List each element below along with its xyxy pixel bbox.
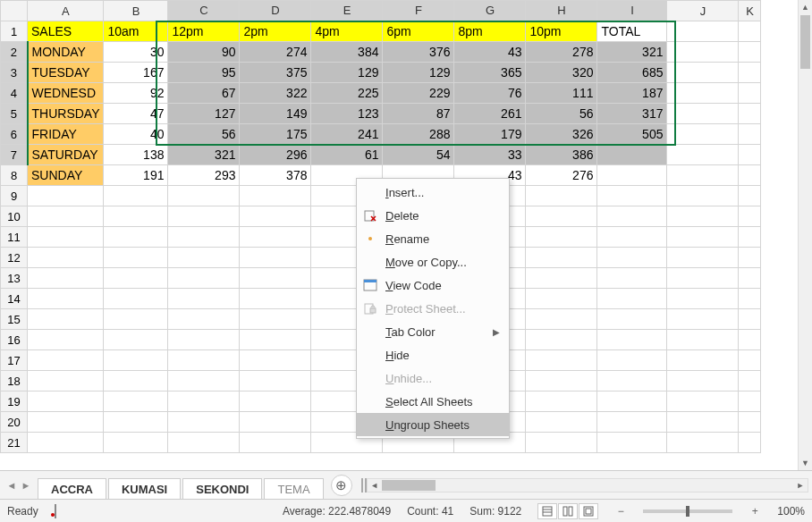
cell-B9[interactable] <box>104 186 168 206</box>
col-header-D[interactable]: D <box>240 1 311 21</box>
sheet-tab-kumasi[interactable]: KUMASI <box>108 478 181 500</box>
cell-D5[interactable]: 149 <box>240 104 311 124</box>
cell-C18[interactable] <box>168 371 240 392</box>
cell-J1[interactable] <box>667 21 739 42</box>
cell-H9[interactable] <box>526 186 597 206</box>
cell-I4[interactable]: 187 <box>597 83 667 104</box>
cell-B18[interactable] <box>104 371 168 392</box>
cell-D16[interactable] <box>240 330 311 350</box>
cell-A16[interactable] <box>28 330 104 350</box>
cell-D15[interactable] <box>240 309 311 330</box>
cell-C12[interactable] <box>168 248 240 268</box>
cell-J15[interactable] <box>667 309 739 330</box>
cell-C3[interactable]: 95 <box>168 63 240 83</box>
row-header-18[interactable]: 18 <box>1 371 28 392</box>
cell-H11[interactable] <box>526 227 597 248</box>
menu-rename[interactable]: Rename <box>357 227 509 250</box>
cell-B14[interactable] <box>104 289 168 309</box>
cell-H14[interactable] <box>526 289 597 309</box>
cell-H18[interactable] <box>526 371 597 392</box>
macro-record-icon[interactable] <box>55 505 56 518</box>
cell-H16[interactable] <box>526 330 597 350</box>
cell-E5[interactable]: 123 <box>311 104 383 124</box>
row-header-10[interactable]: 10 <box>1 206 28 227</box>
scroll-down-icon[interactable]: ▼ <box>799 456 812 470</box>
cell-J11[interactable] <box>667 227 739 248</box>
cell-C11[interactable] <box>168 227 240 248</box>
cell-D10[interactable] <box>240 206 311 227</box>
row-header-16[interactable]: 16 <box>1 330 28 350</box>
row-header-7[interactable]: 7 <box>1 145 28 165</box>
cell-I1[interactable]: TOTAL <box>597 21 667 42</box>
cell-F1[interactable]: 6pm <box>383 21 454 42</box>
cell-K3[interactable] <box>739 63 761 83</box>
cell-K20[interactable] <box>739 412 761 433</box>
cell-A8[interactable]: SUNDAY <box>28 165 104 186</box>
cell-A18[interactable] <box>28 371 104 392</box>
cell-K15[interactable] <box>739 309 761 330</box>
cell-H6[interactable]: 326 <box>526 124 597 145</box>
cell-F5[interactable]: 87 <box>383 104 454 124</box>
menu-select-all-sheets[interactable]: Select All Sheets <box>357 390 509 413</box>
cell-D13[interactable] <box>240 268 311 289</box>
cell-B15[interactable] <box>104 309 168 330</box>
cell-I14[interactable] <box>597 289 667 309</box>
cell-I3[interactable]: 685 <box>597 63 667 83</box>
cell-A6[interactable]: FRIDAY <box>28 124 104 145</box>
col-header-B[interactable]: B <box>104 1 168 21</box>
cell-C19[interactable] <box>168 392 240 412</box>
cell-K5[interactable] <box>739 104 761 124</box>
cell-J21[interactable] <box>667 433 739 453</box>
col-header-A[interactable]: A <box>28 1 104 21</box>
cell-C6[interactable]: 56 <box>168 124 240 145</box>
cell-F4[interactable]: 229 <box>383 83 454 104</box>
cell-B2[interactable]: 30 <box>104 42 168 63</box>
cell-K1[interactable] <box>739 21 761 42</box>
cell-G2[interactable]: 43 <box>454 42 526 63</box>
cell-K13[interactable] <box>739 268 761 289</box>
cell-D2[interactable]: 274 <box>240 42 311 63</box>
cell-C4[interactable]: 67 <box>168 83 240 104</box>
cell-K18[interactable] <box>739 371 761 392</box>
row-header-2[interactable]: 2 <box>1 42 28 63</box>
cell-F3[interactable]: 129 <box>383 63 454 83</box>
cell-I2[interactable]: 321 <box>597 42 667 63</box>
cell-C1[interactable]: 12pm <box>168 21 240 42</box>
cell-B21[interactable] <box>104 433 168 453</box>
cell-H15[interactable] <box>526 309 597 330</box>
cell-E2[interactable]: 384 <box>311 42 383 63</box>
zoom-out-button[interactable]: − <box>614 505 627 518</box>
cell-B10[interactable] <box>104 206 168 227</box>
sheet-tab-accra[interactable]: ACCRA <box>38 478 106 500</box>
cell-C16[interactable] <box>168 330 240 350</box>
cell-B5[interactable]: 47 <box>104 104 168 124</box>
cell-K9[interactable] <box>739 186 761 206</box>
cell-I10[interactable] <box>597 206 667 227</box>
cell-A13[interactable] <box>28 268 104 289</box>
cell-A12[interactable] <box>28 248 104 268</box>
cell-J3[interactable] <box>667 63 739 83</box>
cell-H12[interactable] <box>526 248 597 268</box>
cell-K14[interactable] <box>739 289 761 309</box>
row-header-12[interactable]: 12 <box>1 248 28 268</box>
cell-D11[interactable] <box>240 227 311 248</box>
cell-I21[interactable] <box>597 433 667 453</box>
cell-E7[interactable]: 61 <box>311 145 383 165</box>
cell-B16[interactable] <box>104 330 168 350</box>
cell-G6[interactable]: 179 <box>454 124 526 145</box>
cell-C17[interactable] <box>168 350 240 371</box>
cell-E1[interactable]: 4pm <box>311 21 383 42</box>
cell-I9[interactable] <box>597 186 667 206</box>
cell-K8[interactable] <box>739 165 761 186</box>
cell-I11[interactable] <box>597 227 667 248</box>
zoom-level[interactable]: 100% <box>777 505 805 518</box>
cell-D3[interactable]: 375 <box>240 63 311 83</box>
cell-D7[interactable]: 296 <box>240 145 311 165</box>
cell-B17[interactable] <box>104 350 168 371</box>
col-header-G[interactable]: G <box>454 1 526 21</box>
cell-I18[interactable] <box>597 371 667 392</box>
cell-J5[interactable] <box>667 104 739 124</box>
row-header-21[interactable]: 21 <box>1 433 28 453</box>
cell-H2[interactable]: 278 <box>526 42 597 63</box>
row-header-5[interactable]: 5 <box>1 104 28 124</box>
